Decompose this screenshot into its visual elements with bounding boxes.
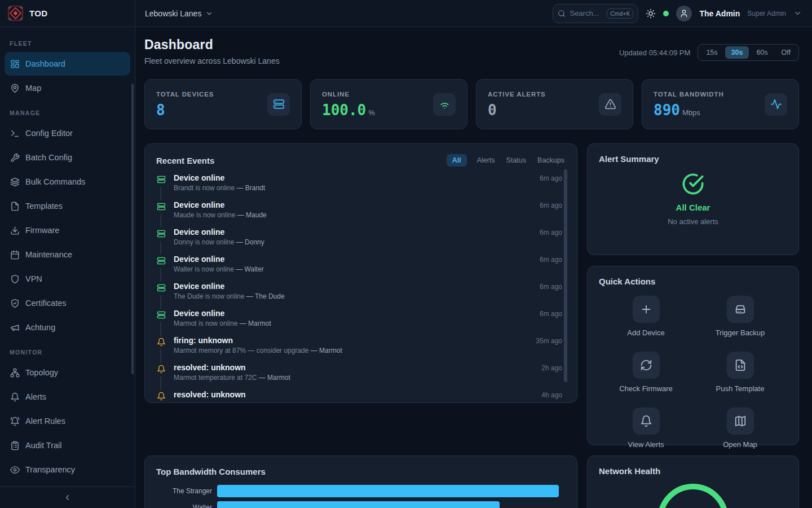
sidebar-item-firmware[interactable]: Firmware bbox=[5, 218, 130, 242]
server-icon bbox=[156, 255, 166, 268]
trigger-backup-button[interactable]: Trigger Backup bbox=[693, 296, 787, 337]
shield-check-icon bbox=[10, 299, 20, 308]
stat-card-total-devices: TOTAL DEVICES 8 bbox=[144, 79, 302, 129]
bandwidth-device-label: The Stranger bbox=[156, 487, 217, 495]
event-row[interactable]: Device online6m ago Maude is now online … bbox=[156, 200, 562, 227]
bandwidth-bar bbox=[217, 501, 500, 508]
bandwidth-row: Walter bbox=[156, 501, 566, 508]
plus-icon bbox=[633, 296, 660, 323]
sidebar-item-dashboard[interactable]: Dashboard bbox=[5, 52, 130, 76]
avatar[interactable] bbox=[676, 6, 692, 21]
event-title: Device online bbox=[174, 173, 224, 182]
theme-toggle-button[interactable] bbox=[646, 8, 656, 19]
sidebar-item-batch-config[interactable]: Batch Config bbox=[5, 146, 130, 169]
alert-summary-panel: Alert Summary All Clear No active alerts bbox=[587, 143, 799, 255]
layers-icon bbox=[10, 177, 20, 187]
sidebar-scrollbar[interactable] bbox=[131, 84, 134, 374]
bell-ring-icon bbox=[10, 417, 20, 426]
network-icon bbox=[10, 368, 20, 378]
stat-unit: % bbox=[368, 108, 375, 117]
event-row[interactable]: Device online6m ago The Dude is now onli… bbox=[156, 282, 562, 309]
tab-status[interactable]: Status bbox=[505, 154, 527, 167]
recent-events-title: Recent Events bbox=[156, 156, 214, 165]
event-meta: Brandt is now online — Brandt bbox=[174, 184, 562, 192]
event-row[interactable]: Device online6m ago Donny is now online … bbox=[156, 227, 562, 255]
sidebar-section-fleet: FLEET bbox=[0, 40, 135, 47]
sidebar-item-transparency[interactable]: Transparency bbox=[5, 458, 130, 481]
user-menu-chevron-icon[interactable] bbox=[793, 9, 802, 17]
sidebar-item-bulk-commands[interactable]: Bulk Commands bbox=[5, 170, 130, 194]
fleet-selector[interactable]: Lebowski Lanes bbox=[145, 9, 213, 18]
event-meta: Marmot memory at 87% — consider upgrade … bbox=[174, 347, 562, 354]
add-device-button[interactable]: Add Device bbox=[599, 296, 693, 337]
sidebar-item-map[interactable]: Map bbox=[5, 76, 130, 100]
sidebar-item-config-editor[interactable]: Config Editor bbox=[5, 121, 130, 145]
quick-action-label: Add Device bbox=[627, 329, 664, 337]
fleet-selector-label: Lebowski Lanes bbox=[145, 9, 201, 18]
sidebar-item-maintenance[interactable]: Maintenance bbox=[5, 243, 130, 266]
search-placeholder: Search... bbox=[570, 9, 603, 17]
event-row[interactable]: firing: unknown35m ago Marmot memory at … bbox=[156, 336, 562, 363]
check-firmware-button[interactable]: Check Firmware bbox=[599, 352, 693, 393]
event-title: resolved: unknown bbox=[174, 390, 246, 399]
sidebar-item-label: Map bbox=[25, 84, 41, 93]
server-icon bbox=[156, 173, 166, 187]
event-time: 6m ago bbox=[540, 174, 562, 182]
brand: TOD bbox=[0, 0, 135, 27]
events-scrollbar[interactable] bbox=[564, 169, 567, 382]
sidebar-item-vpn[interactable]: VPN bbox=[5, 267, 130, 291]
page-subtitle: Fleet overview across Lebowski Lanes bbox=[144, 56, 280, 65]
sidebar-section-manage: MANAGE bbox=[0, 110, 135, 116]
quick-action-label: Trigger Backup bbox=[716, 329, 765, 337]
sidebar-item-alerts[interactable]: Alerts bbox=[5, 385, 130, 409]
tab-alerts[interactable]: Alerts bbox=[476, 154, 496, 167]
user-name: The Admin bbox=[699, 9, 740, 18]
tab-backups[interactable]: Backups bbox=[536, 154, 566, 167]
event-title: Device online bbox=[174, 227, 224, 237]
sidebar-item-achtung[interactable]: Achtung bbox=[5, 316, 130, 339]
search-input[interactable]: Search... Cmd+K bbox=[553, 4, 638, 23]
network-health-title: Network Health bbox=[599, 466, 787, 476]
event-time: 6m ago bbox=[540, 229, 562, 237]
event-title: Device online bbox=[174, 200, 224, 209]
sidebar-item-audit-trail[interactable]: Audit Trail bbox=[5, 433, 130, 457]
sidebar-item-label: Audit Trail bbox=[25, 441, 61, 450]
bandwidth-bar bbox=[217, 485, 559, 497]
refresh-option-60s[interactable]: 60s bbox=[750, 46, 774, 59]
search-shortcut-badge: Cmd+K bbox=[607, 8, 633, 19]
refresh-option-15s[interactable]: 15s bbox=[700, 46, 723, 59]
event-row[interactable]: resolved: unknown2h ago Marmot temperatu… bbox=[156, 363, 562, 390]
alert-triangle-icon bbox=[599, 93, 621, 116]
megaphone-icon bbox=[10, 323, 20, 332]
sidebar-item-alert-rules[interactable]: Alert Rules bbox=[5, 409, 130, 433]
sidebar-item-label: VPN bbox=[25, 274, 42, 283]
stat-value: 0 bbox=[488, 102, 497, 119]
alert-status-text: All Clear bbox=[676, 203, 710, 212]
refresh-interval-control: 15s 30s 60s Off bbox=[698, 44, 799, 61]
sidebar-item-label: Topology bbox=[25, 368, 58, 377]
event-time: 6m ago bbox=[540, 256, 562, 264]
sidebar-item-certificates[interactable]: Certificates bbox=[5, 291, 130, 315]
stat-label: ACTIVE ALERTS bbox=[488, 91, 546, 98]
sidebar-item-topology[interactable]: Topology bbox=[5, 361, 130, 384]
refresh-option-off[interactable]: Off bbox=[775, 46, 797, 59]
open-map-button[interactable]: Open Map bbox=[693, 408, 787, 449]
tab-all[interactable]: All bbox=[447, 154, 467, 167]
terminal-icon bbox=[10, 129, 20, 138]
event-row[interactable]: Device online6m ago Walter is now online… bbox=[156, 255, 562, 282]
stat-label: TOTAL DEVICES bbox=[156, 91, 214, 98]
view-alerts-button[interactable]: View Alerts bbox=[599, 408, 693, 449]
sidebar-collapse-button[interactable] bbox=[0, 487, 135, 508]
sidebar-item-label: Achtung bbox=[25, 323, 55, 332]
event-row[interactable]: resolved: unknown4h ago bbox=[156, 390, 562, 403]
push-template-button[interactable]: Push Template bbox=[693, 352, 787, 393]
sidebar-item-templates[interactable]: Templates bbox=[5, 194, 130, 218]
refresh-option-30s[interactable]: 30s bbox=[725, 46, 749, 59]
bell-icon bbox=[156, 390, 166, 403]
recent-events-panel: Recent Events All Alerts Status Backups … bbox=[144, 143, 577, 403]
quick-action-label: View Alerts bbox=[628, 440, 664, 449]
bandwidth-device-label: Walter bbox=[156, 503, 217, 508]
bell-icon bbox=[156, 336, 166, 349]
event-row[interactable]: Device online6m ago Brandt is now online… bbox=[156, 173, 562, 200]
event-row[interactable]: Device online6m ago Marmot is now online… bbox=[156, 309, 562, 336]
